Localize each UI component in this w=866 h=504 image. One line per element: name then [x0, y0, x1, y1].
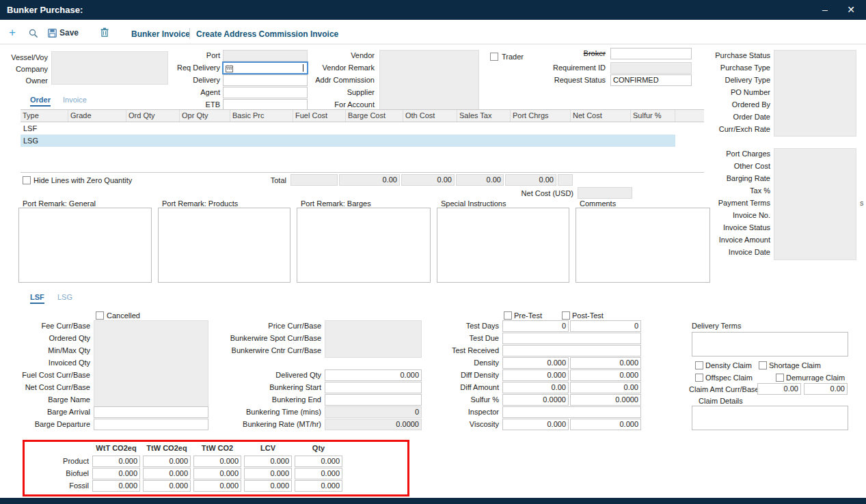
fee-qty-info-box	[94, 320, 208, 407]
diff-density-input-1[interactable]: 0.000	[502, 369, 569, 381]
sulfur-input-1[interactable]: 0.0000	[502, 394, 569, 406]
hide-zero-qty-checkbox[interactable]	[23, 176, 31, 184]
bunkering-end-input[interactable]	[325, 394, 422, 406]
column-header-port-chrgs[interactable]: Port Chrgs	[511, 110, 571, 122]
tab-lsf[interactable]: LSF	[30, 293, 44, 304]
co2-cell-biofuel-2[interactable]: 0.000	[143, 468, 191, 479]
requirement-id-label: Requirement ID	[526, 63, 606, 73]
claim-details-textarea[interactable]	[692, 406, 848, 430]
diff-amount-input-1[interactable]: 0.00	[502, 382, 569, 393]
bunkering-start-input[interactable]	[325, 382, 422, 393]
table-row-selected[interactable]: LSG	[21, 135, 675, 147]
barge-departure-label: Barge Departure	[5, 419, 90, 430]
offspec-claim-checkbox[interactable]	[695, 374, 703, 382]
tab-order[interactable]: Order	[30, 96, 51, 107]
column-header-basic-prc[interactable]: Basic Prc	[230, 110, 293, 122]
co2-row-label-biofuel: Biofuel	[40, 468, 89, 479]
column-header-opr-qty[interactable]: Opr Qty	[180, 110, 230, 122]
port-remark-products-textarea[interactable]	[158, 208, 290, 283]
test-due-input[interactable]	[502, 333, 641, 344]
trader-checkbox[interactable]	[490, 53, 498, 61]
column-header-sales-tax[interactable]: Sales Tax	[457, 110, 511, 122]
co2-cell-biofuel-3[interactable]: 0.000	[193, 468, 241, 479]
save-button[interactable]: Save	[48, 28, 79, 38]
shortage-claim-checkbox[interactable]	[759, 361, 767, 369]
offspec-claim-label: Offspec Claim	[705, 373, 753, 383]
close-button[interactable]: ✕	[842, 0, 860, 20]
special-instructions-textarea[interactable]	[437, 208, 569, 283]
test-days-input-2[interactable]: 0	[570, 320, 641, 332]
bunkering-time-label: Bunkering Time (mins)	[217, 407, 321, 417]
claim-amt-input-1[interactable]: 0.00	[757, 383, 801, 395]
inspector-input[interactable]	[502, 406, 641, 418]
bunkerwire-cntr-label: Bunkerwire Cntr Curr/Base	[217, 346, 321, 356]
diff-amount-input-2[interactable]: 0.00	[570, 382, 641, 393]
barge-departure-input[interactable]	[94, 419, 208, 430]
viscosity-input-2[interactable]: 0.000	[570, 419, 641, 430]
co2-cell-product-3[interactable]: 0.000	[193, 456, 241, 467]
density-input-1[interactable]: 0.000	[502, 357, 569, 369]
window-titlebar: Bunker Purchase: – ✕	[0, 0, 866, 20]
column-header-net-cost[interactable]: Net Cost	[571, 110, 631, 122]
price-info-box	[325, 320, 422, 358]
addr-commission-label: Addr Commission	[294, 75, 375, 85]
pre-test-checkbox[interactable]	[504, 311, 512, 320]
co2-column-header-ttw: TtW CO2	[193, 444, 241, 452]
co2-cell-fossil-4[interactable]: 0.000	[244, 480, 292, 492]
delete-button[interactable]	[100, 27, 109, 37]
diff-density-input-2[interactable]: 0.000	[570, 369, 641, 381]
broker-input[interactable]	[610, 48, 692, 59]
tab-invoice[interactable]: Invoice	[63, 96, 87, 104]
purchase-type-label: Purchase Type	[684, 63, 770, 73]
co2-cell-biofuel-5[interactable]: 0.000	[295, 468, 342, 479]
bunker-invoice-link[interactable]: Bunker Invoice	[131, 29, 190, 39]
viscosity-input-1[interactable]: 0.000	[502, 419, 569, 430]
demurrage-claim-checkbox[interactable]	[776, 374, 784, 382]
column-header-grade[interactable]: Grade	[68, 110, 126, 122]
clipped-label-fragment: s	[860, 198, 864, 208]
port-remark-general-textarea[interactable]	[18, 208, 152, 283]
request-status-input[interactable]: CONFIRMED	[610, 74, 692, 86]
density-claim-label: Density Claim	[705, 361, 752, 371]
test-received-label: Test Received	[422, 346, 499, 356]
co2-cell-product-1[interactable]: 0.000	[92, 456, 140, 467]
barge-arrival-input[interactable]	[94, 406, 208, 418]
column-header-barge-cost[interactable]: Barge Cost	[346, 110, 403, 122]
claim-amt-input-2[interactable]: 0.00	[804, 383, 848, 395]
density-label: Density	[422, 358, 499, 368]
vessel-voy-label: Vessel/Voy	[0, 53, 48, 63]
cancelled-checkbox[interactable]	[96, 311, 104, 320]
co2-cell-fossil-5[interactable]: 0.000	[295, 480, 342, 492]
tab-lsg[interactable]: LSG	[57, 293, 72, 301]
search-button[interactable]	[29, 29, 38, 38]
delivery-terms-textarea[interactable]	[692, 332, 848, 356]
post-test-checkbox[interactable]	[562, 311, 570, 320]
for-account-label: For Account	[294, 100, 375, 110]
add-button[interactable]: +	[9, 27, 16, 38]
co2-cell-biofuel-4[interactable]: 0.000	[244, 468, 292, 479]
co2-cell-fossil-1[interactable]: 0.000	[92, 480, 140, 492]
window-title: Bunker Purchase:	[7, 0, 83, 20]
minimize-button[interactable]: –	[816, 0, 834, 20]
co2-cell-fossil-2[interactable]: 0.000	[143, 480, 191, 492]
create-commission-invoice-link[interactable]: Create Address Commission Invoice	[196, 29, 338, 39]
co2-cell-fossil-3[interactable]: 0.000	[193, 480, 241, 492]
column-header-oth-cost[interactable]: Oth Cost	[403, 110, 457, 122]
density-claim-checkbox[interactable]	[695, 361, 703, 369]
column-header-ord-qty[interactable]: Ord Qty	[126, 110, 180, 122]
co2-cell-biofuel-1[interactable]: 0.000	[92, 468, 140, 479]
table-row[interactable]: LSF	[21, 122, 675, 135]
co2-cell-product-2[interactable]: 0.000	[143, 456, 191, 467]
co2-cell-product-5[interactable]: 0.000	[295, 456, 342, 467]
co2-cell-product-4[interactable]: 0.000	[244, 456, 292, 467]
sulfur-input-2[interactable]: 0.0000	[570, 394, 641, 406]
port-remark-barges-textarea[interactable]	[297, 208, 431, 283]
test-days-input-1[interactable]: 0	[502, 320, 569, 332]
density-input-2[interactable]: 0.000	[570, 357, 641, 369]
delivered-qty-input[interactable]: 0.000	[325, 369, 422, 381]
column-header-type[interactable]: Type	[21, 110, 68, 122]
column-header-fuel-cost[interactable]: Fuel Cost	[293, 110, 346, 122]
comments-textarea[interactable]	[576, 208, 710, 283]
test-received-input[interactable]	[502, 345, 641, 356]
column-header-sulfur[interactable]: Sulfur %	[631, 110, 675, 122]
